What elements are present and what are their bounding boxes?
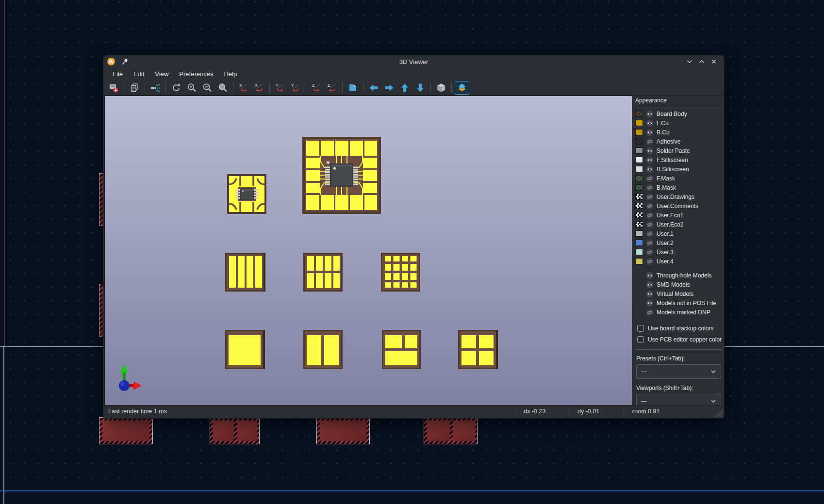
checkbox-row-use-pcb-editor-copper-color[interactable]: Use PCB editor copper color (635, 334, 724, 345)
layer-row-f-cu[interactable]: F.Cu (635, 118, 724, 128)
rotate-y-cw-button[interactable]: Y (273, 81, 287, 95)
checkbox[interactable] (637, 336, 644, 343)
pan-down-icon (415, 82, 426, 93)
model-row-models-not-in-pos-file[interactable]: Models not in POS File (635, 298, 724, 308)
visibility-off-icon[interactable] (646, 221, 654, 228)
visibility-off-icon[interactable] (646, 175, 654, 182)
zoom-out-button[interactable] (200, 81, 214, 95)
export-image-button[interactable] (106, 81, 121, 95)
maximize-button[interactable] (697, 57, 706, 66)
render-options-button[interactable] (148, 81, 163, 95)
layer-color-swatch[interactable] (635, 258, 643, 264)
visibility-on-icon[interactable] (646, 147, 654, 155)
shade-button[interactable] (685, 57, 694, 66)
visibility-off-icon[interactable] (646, 193, 654, 201)
menu-preferences[interactable]: Preferences (174, 69, 218, 79)
visibility-off-icon[interactable] (646, 258, 654, 265)
layer-row-user-4[interactable]: User.4 (635, 257, 724, 266)
zoom-to-fit-button[interactable] (215, 81, 230, 95)
visibility-on-icon[interactable] (646, 299, 654, 307)
visibility-off-icon[interactable] (646, 211, 654, 219)
layer-color-swatch[interactable] (635, 166, 643, 172)
titlebar[interactable]: W 3D Viewer (103, 55, 724, 68)
layer-color-swatch[interactable] (635, 194, 643, 200)
model-row-smd-models[interactable]: SMD Models (635, 280, 724, 289)
menu-help[interactable]: Help (218, 69, 242, 79)
pan-up-button[interactable] (397, 81, 412, 95)
footprint-pad-array-4x4 (381, 253, 420, 292)
zoom-in-button[interactable] (184, 81, 199, 95)
layer-row-f-mask[interactable]: F.Mask (635, 174, 724, 183)
3d-viewport[interactable] (104, 96, 632, 406)
menu-file[interactable]: File (107, 69, 128, 79)
visibility-off-icon[interactable] (646, 230, 654, 238)
layer-row-b-cu[interactable]: B.Cu (635, 128, 724, 137)
menu-view[interactable]: View (149, 69, 174, 79)
visibility-on-icon[interactable] (646, 110, 654, 118)
layer-color-swatch[interactable] (635, 240, 643, 246)
visibility-on-icon[interactable] (646, 119, 654, 127)
visibility-on-icon[interactable] (646, 290, 654, 298)
appearance-manager-button[interactable] (455, 81, 469, 95)
layer-color-swatch[interactable] (635, 129, 643, 135)
layer-color-swatch[interactable] (635, 138, 643, 145)
layer-row-user-1[interactable]: User.1 (635, 229, 724, 238)
layer-color-swatch[interactable] (635, 203, 643, 209)
checkbox-row-use-board-stackup-colors[interactable]: Use board stackup colors (635, 323, 724, 334)
layer-color-swatch[interactable] (635, 249, 643, 255)
pan-right-button[interactable] (382, 81, 396, 95)
layer-color-swatch[interactable] (635, 147, 643, 154)
pan-down-button[interactable] (413, 81, 428, 95)
visibility-on-icon[interactable] (646, 129, 654, 136)
rotate-z-cw-button[interactable]: Z (309, 81, 324, 95)
layer-color-swatch[interactable] (635, 221, 643, 228)
visibility-off-icon[interactable] (646, 239, 654, 247)
rotate-y-ccw-button[interactable]: Y (288, 81, 303, 95)
layer-color-swatch[interactable] (635, 184, 643, 191)
layer-color-swatch[interactable] (635, 120, 643, 126)
layer-row-f-silkscreen[interactable]: F.Silkscreen (635, 155, 724, 164)
visibility-off-icon[interactable] (646, 202, 654, 210)
refresh-view-button[interactable] (169, 81, 183, 95)
layer-color-swatch[interactable] (635, 157, 643, 163)
presets-dropdown[interactable]: --- (636, 364, 721, 379)
layer-row-user-comments[interactable]: User.Comments (635, 201, 724, 211)
menu-edit[interactable]: Edit (128, 69, 149, 79)
layer-row-user-drawings[interactable]: User.Drawings (635, 192, 724, 201)
copy-image-button[interactable] (127, 81, 142, 95)
layer-row-user-2[interactable]: User.2 (635, 238, 724, 247)
rotate-x-ccw-button[interactable]: X (252, 81, 266, 95)
rotate-x-cw-button[interactable]: X (236, 81, 251, 95)
model-row-models-marked-dnp[interactable]: Models marked DNP (635, 308, 724, 317)
layer-row-solder-paste[interactable]: Solder Paste (635, 146, 724, 155)
layer-color-swatch[interactable] (635, 111, 643, 117)
visibility-on-icon[interactable] (646, 281, 654, 289)
close-button[interactable] (709, 57, 718, 66)
layer-row-user-eco1[interactable]: User.Eco1 (635, 211, 724, 220)
visibility-off-icon[interactable] (646, 248, 654, 256)
visibility-off-icon[interactable] (646, 309, 654, 316)
layer-color-swatch[interactable] (635, 175, 643, 181)
visibility-on-icon[interactable] (646, 156, 654, 164)
checkbox[interactable] (637, 325, 644, 332)
layer-color-swatch[interactable] (635, 212, 643, 218)
layer-row-b-silkscreen[interactable]: B.Silkscreen (635, 164, 724, 174)
model-row-through-hole-models[interactable]: Through-hole Models (635, 271, 724, 280)
visibility-off-icon[interactable] (646, 138, 654, 146)
layer-row-b-mask[interactable]: B.Mask (635, 183, 724, 192)
flip-board-button[interactable] (346, 81, 360, 95)
visibility-on-icon[interactable] (646, 272, 654, 279)
orthographic-projection-button[interactable] (434, 81, 448, 95)
resize-grip[interactable] (713, 407, 723, 417)
layer-row-adhesive[interactable]: Adhesive (635, 137, 724, 146)
layer-row-board-body[interactable]: Board Body (635, 109, 724, 118)
layer-row-user-3[interactable]: User.3 (635, 247, 724, 257)
layer-color-swatch[interactable] (635, 230, 643, 237)
viewports-label: Viewports (Shift+Tab): (635, 384, 724, 394)
layer-row-user-eco2[interactable]: User.Eco2 (635, 220, 724, 229)
visibility-on-icon[interactable] (646, 165, 654, 173)
rotate-z-ccw-button[interactable]: Z (325, 81, 339, 95)
pan-left-button[interactable] (366, 81, 381, 95)
visibility-off-icon[interactable] (646, 184, 654, 192)
model-row-virtual-models[interactable]: Virtual Models (635, 289, 724, 298)
